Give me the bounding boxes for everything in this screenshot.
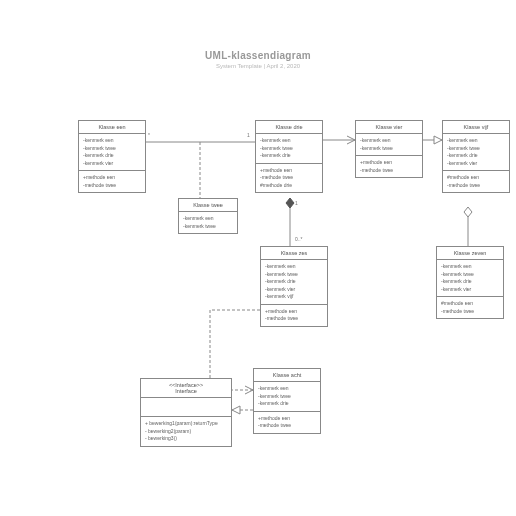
diagram-subtitle: System Template | April 2, 2020 <box>0 63 516 69</box>
class-twee[interactable]: Klasse twee -kenmerk een -kenmerk twee <box>178 198 238 234</box>
diagram-title: UML-klassendiagram <box>0 50 516 61</box>
class-vier-name: Klasse vier <box>356 121 422 133</box>
interface-header: <<Interface>> Interface <box>141 379 231 397</box>
class-vijf-attrs: -kenmerk een -kenmerk twee -kenmerk drie… <box>443 133 509 170</box>
class-een[interactable]: Klasse een -kenmerk een -kenmerk twee -k… <box>78 120 146 193</box>
class-twee-attrs: -kenmerk een -kenmerk twee <box>179 211 237 233</box>
interface-empty <box>141 397 231 416</box>
class-zeven-name: Klasse zeven <box>437 247 503 259</box>
class-zes-name: Klasse zes <box>261 247 327 259</box>
mult-zes-top: 0..* <box>295 236 303 242</box>
class-vijf[interactable]: Klasse vijf -kenmerk een -kenmerk twee -… <box>442 120 510 193</box>
class-acht[interactable]: Klasse acht -kenmerk een -kenmerk twee -… <box>253 368 321 434</box>
class-een-attrs: -kenmerk een -kenmerk twee -kenmerk drie… <box>79 133 145 170</box>
class-acht-methods: +methode een -methode twee <box>254 411 320 433</box>
class-zes-attrs: -kenmerk een -kenmerk twee -kenmerk drie… <box>261 259 327 304</box>
class-zeven[interactable]: Klasse zeven -kenmerk een -kenmerk twee … <box>436 246 504 319</box>
class-drie-methods: +methode een -methode twee #methode drie <box>256 163 322 193</box>
canvas: UML-klassendiagram System Template | Apr… <box>0 0 516 516</box>
mult-drie-bottom: 1 <box>295 200 298 206</box>
diagram-header: UML-klassendiagram System Template | Apr… <box>0 50 516 69</box>
class-acht-name: Klasse acht <box>254 369 320 381</box>
class-zes[interactable]: Klasse zes -kenmerk een -kenmerk twee -k… <box>260 246 328 327</box>
class-een-methods: +methode een -methode twee <box>79 170 145 192</box>
interface-box[interactable]: <<Interface>> Interface + bewerking1(par… <box>140 378 232 447</box>
class-een-name: Klasse een <box>79 121 145 133</box>
interface-ops: + bewerking1(param):returnType - bewerki… <box>141 416 231 446</box>
class-drie-name: Klasse drie <box>256 121 322 133</box>
class-drie-attrs: -kenmerk een -kenmerk twee -kenmerk drie <box>256 133 322 163</box>
class-vijf-methods: #methode een -methode twee <box>443 170 509 192</box>
mult-drie-left: 1 <box>247 132 250 138</box>
class-acht-attrs: -kenmerk een -kenmerk twee -kenmerk drie <box>254 381 320 411</box>
class-zes-methods: +methode een -methode twee <box>261 304 327 326</box>
mult-een-right: * <box>148 132 150 138</box>
interface-name: Interface <box>143 388 229 394</box>
class-drie[interactable]: Klasse drie -kenmerk een -kenmerk twee -… <box>255 120 323 193</box>
class-twee-name: Klasse twee <box>179 199 237 211</box>
class-vier-attrs: -kenmerk een -kenmerk twee <box>356 133 422 155</box>
class-vier[interactable]: Klasse vier -kenmerk een -kenmerk twee +… <box>355 120 423 178</box>
class-vijf-name: Klasse vijf <box>443 121 509 133</box>
class-zeven-attrs: -kenmerk een -kenmerk twee -kenmerk drie… <box>437 259 503 296</box>
class-zeven-methods: #methode een -methode twee <box>437 296 503 318</box>
class-vier-methods: +methode een -methode twee <box>356 155 422 177</box>
